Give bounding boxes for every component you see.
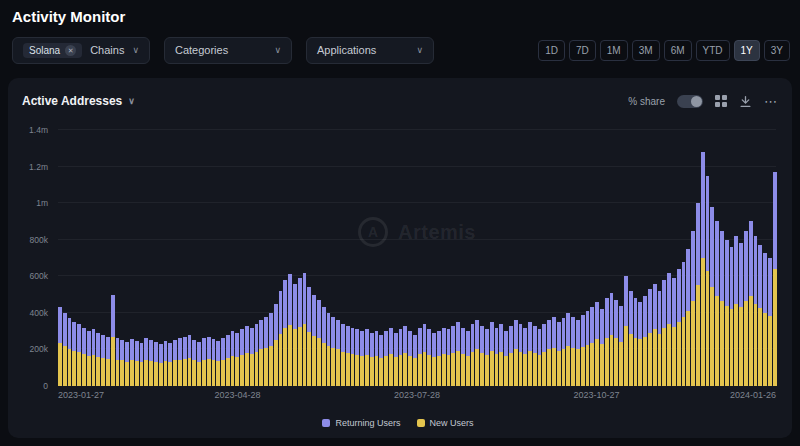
bar[interactable] (403, 130, 407, 386)
bar[interactable] (159, 130, 163, 386)
bar[interactable] (706, 130, 710, 386)
bar[interactable] (255, 130, 259, 386)
chains-dropdown[interactable]: Solana ✕ Chains ∨ (12, 37, 150, 64)
bar[interactable] (77, 130, 81, 386)
bar[interactable] (355, 130, 359, 386)
bar[interactable] (648, 130, 652, 386)
bar[interactable] (629, 130, 633, 386)
time-range-1d[interactable]: 1D (538, 40, 565, 61)
bar[interactable] (590, 130, 594, 386)
bar[interactable] (490, 130, 494, 386)
applications-dropdown[interactable]: Applications ∨ (306, 37, 434, 64)
bar[interactable] (739, 130, 743, 386)
bar[interactable] (514, 130, 518, 386)
bar[interactable] (475, 130, 479, 386)
bar[interactable] (576, 130, 580, 386)
bar[interactable] (231, 130, 235, 386)
bar[interactable] (720, 130, 724, 386)
bar[interactable] (87, 130, 91, 386)
bar[interactable] (125, 130, 129, 386)
bar[interactable] (586, 130, 590, 386)
bar[interactable] (346, 130, 350, 386)
categories-dropdown[interactable]: Categories ∨ (164, 37, 292, 64)
time-range-1y[interactable]: 1Y (734, 40, 760, 61)
bar[interactable] (317, 130, 321, 386)
bar[interactable] (188, 130, 192, 386)
bar[interactable] (365, 130, 369, 386)
bar[interactable] (730, 130, 734, 386)
bar[interactable] (744, 130, 748, 386)
bar[interactable] (519, 130, 523, 386)
bar[interactable] (662, 130, 666, 386)
bar[interactable] (509, 130, 513, 386)
bar[interactable] (322, 130, 326, 386)
bar[interactable] (164, 130, 168, 386)
bar[interactable] (451, 130, 455, 386)
bar[interactable] (427, 130, 431, 386)
bar[interactable] (624, 130, 628, 386)
bar[interactable] (542, 130, 546, 386)
bar[interactable] (677, 130, 681, 386)
bar[interactable] (298, 130, 302, 386)
bar[interactable] (595, 130, 599, 386)
bar[interactable] (96, 130, 100, 386)
bar[interactable] (758, 130, 762, 386)
bar[interactable] (212, 130, 216, 386)
bar[interactable] (533, 130, 537, 386)
bar[interactable] (672, 130, 676, 386)
bar[interactable] (754, 130, 758, 386)
bar[interactable] (571, 130, 575, 386)
bar[interactable] (418, 130, 422, 386)
bar[interactable] (307, 130, 311, 386)
bar[interactable] (274, 130, 278, 386)
bar[interactable] (192, 130, 196, 386)
bar[interactable] (293, 130, 297, 386)
bar[interactable] (216, 130, 220, 386)
bar[interactable] (480, 130, 484, 386)
bar[interactable] (423, 130, 427, 386)
bar[interactable] (566, 130, 570, 386)
bar[interactable] (58, 130, 62, 386)
bar[interactable] (696, 130, 700, 386)
bar[interactable] (562, 130, 566, 386)
bar[interactable] (432, 130, 436, 386)
bar[interactable] (111, 130, 115, 386)
bar[interactable] (130, 130, 134, 386)
bar[interactable] (312, 130, 316, 386)
bars[interactable] (58, 130, 776, 386)
bar[interactable] (394, 130, 398, 386)
bar[interactable] (413, 130, 417, 386)
bar[interactable] (773, 130, 777, 386)
bar[interactable] (682, 130, 686, 386)
bar[interactable] (485, 130, 489, 386)
bar[interactable] (63, 130, 67, 386)
bar[interactable] (581, 130, 585, 386)
bar[interactable] (734, 130, 738, 386)
bar[interactable] (499, 130, 503, 386)
bar[interactable] (495, 130, 499, 386)
bar[interactable] (106, 130, 110, 386)
bar[interactable] (101, 130, 105, 386)
bar[interactable] (226, 130, 230, 386)
bar[interactable] (389, 130, 393, 386)
more-icon[interactable]: ⋯ (764, 95, 778, 108)
share-toggle[interactable] (677, 95, 703, 108)
bar[interactable] (667, 130, 671, 386)
bar[interactable] (600, 130, 604, 386)
bar[interactable] (72, 130, 76, 386)
grid-icon[interactable] (715, 95, 727, 107)
bar[interactable] (68, 130, 72, 386)
bar[interactable] (466, 130, 470, 386)
bar[interactable] (384, 130, 388, 386)
bar[interactable] (437, 130, 441, 386)
bar[interactable] (634, 130, 638, 386)
bar[interactable] (619, 130, 623, 386)
bar[interactable] (240, 130, 244, 386)
bar[interactable] (610, 130, 614, 386)
bar[interactable] (264, 130, 268, 386)
bar[interactable] (202, 130, 206, 386)
time-range-ytd[interactable]: YTD (696, 40, 730, 61)
bar[interactable] (341, 130, 345, 386)
legend-item-returning-users[interactable]: Returning Users (322, 418, 400, 428)
time-range-1m[interactable]: 1M (600, 40, 628, 61)
